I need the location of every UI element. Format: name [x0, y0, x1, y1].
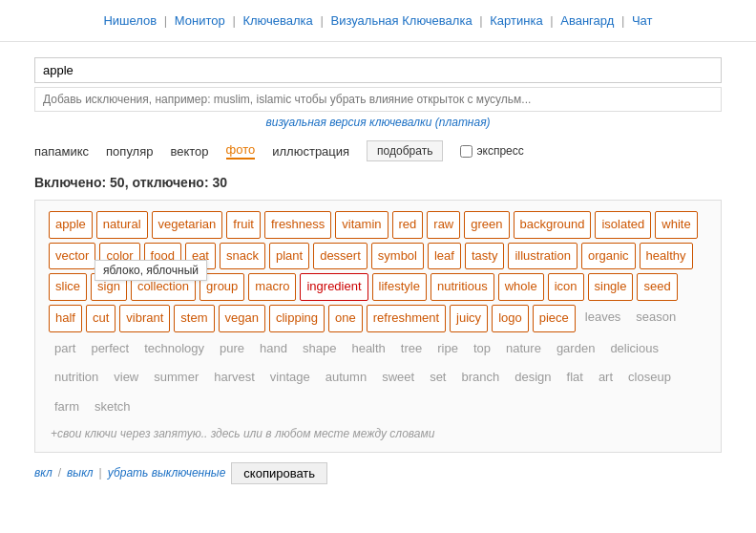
nav-monitor[interactable]: Монитор — [175, 13, 225, 28]
keyword-tooltip: яблоко, яблочный — [94, 260, 207, 281]
kw-seed[interactable]: seed — [637, 273, 677, 301]
kw-farm[interactable]: farm — [49, 394, 85, 420]
kw-vintage[interactable]: vintage — [264, 365, 316, 391]
kw-refreshment[interactable]: refreshment — [367, 305, 446, 332]
toggle-on-link[interactable]: вкл — [34, 466, 52, 480]
filter-papamix[interactable]: папамикс — [34, 144, 89, 159]
kw-organic[interactable]: organic — [581, 243, 636, 270]
kw-piece[interactable]: piece — [533, 305, 576, 332]
kw-season[interactable]: season — [630, 305, 682, 332]
sep-1: | — [164, 13, 167, 28]
kw-isolated[interactable]: isolated — [595, 211, 651, 239]
kw-healthy[interactable]: healthy — [640, 243, 693, 270]
express-checkbox[interactable] — [460, 145, 472, 158]
kw-logo[interactable]: logo — [492, 305, 529, 332]
kw-set[interactable]: set — [424, 365, 452, 391]
kw-branch[interactable]: branch — [455, 365, 505, 391]
kw-plant[interactable]: plant — [269, 243, 309, 270]
kw-summer[interactable]: summer — [148, 365, 204, 391]
kw-stem[interactable]: stem — [174, 305, 214, 332]
kw-single[interactable]: single — [588, 273, 634, 301]
kw-tasty[interactable]: tasty — [465, 243, 504, 270]
kw-vibrant[interactable]: vibrant — [119, 305, 170, 332]
kw-freshness[interactable]: freshness — [264, 211, 331, 239]
kw-natural[interactable]: natural — [96, 211, 148, 239]
remove-disabled-link[interactable]: убрать выключенные — [108, 466, 226, 480]
kw-closeup[interactable]: closeup — [622, 365, 677, 391]
kw-white[interactable]: white — [655, 211, 697, 239]
kw-lifestyle[interactable]: lifestyle — [372, 273, 427, 301]
kw-apple[interactable]: apple — [49, 211, 93, 239]
nav-visual-klyuchevalka[interactable]: Визуальная Ключевалка — [330, 13, 472, 28]
kw-flat[interactable]: flat — [561, 365, 589, 391]
kw-health[interactable]: health — [346, 336, 390, 362]
kw-sweet[interactable]: sweet — [376, 365, 420, 391]
kw-half[interactable]: half — [49, 305, 82, 332]
kw-art[interactable]: art — [593, 365, 619, 391]
kw-harvest[interactable]: harvest — [208, 365, 261, 391]
kw-dessert[interactable]: dessert — [313, 243, 368, 270]
kw-nutritious[interactable]: nutritious — [430, 273, 494, 301]
nav-chat[interactable]: Чат — [632, 13, 653, 28]
kw-top[interactable]: top — [468, 336, 496, 362]
kw-leaves[interactable]: leaves — [579, 305, 627, 332]
kw-technology[interactable]: technology — [138, 336, 210, 362]
filter-vector[interactable]: вектор — [170, 144, 208, 159]
kw-slice[interactable]: slice — [49, 273, 87, 301]
kw-background[interactable]: background — [514, 211, 592, 239]
kw-sketch[interactable]: sketch — [89, 394, 136, 420]
exclusions-input[interactable] — [34, 87, 722, 112]
kw-leaf[interactable]: leaf — [428, 243, 461, 270]
match-button[interactable]: подобрать — [367, 140, 443, 161]
kw-vitamin[interactable]: vitamin — [335, 211, 388, 239]
filter-popular[interactable]: популяр — [106, 144, 153, 159]
kw-vegan[interactable]: vegan — [219, 305, 265, 332]
kw-juicy[interactable]: juicy — [450, 305, 488, 332]
kw-raw[interactable]: raw — [427, 211, 460, 239]
kw-nature[interactable]: nature — [500, 336, 547, 362]
kw-icon[interactable]: icon — [548, 273, 584, 301]
kw-vegetarian[interactable]: vegetarian — [152, 211, 223, 239]
nav-klyuchevalka[interactable]: Ключевалка — [242, 13, 312, 28]
filter-row: папамикс популяр вектор фото иллюстрация… — [34, 140, 722, 161]
kw-illustration[interactable]: illustration — [508, 243, 578, 270]
toggle-off-link[interactable]: выкл — [67, 466, 94, 480]
filter-illustration[interactable]: иллюстрация — [272, 144, 349, 159]
kw-green[interactable]: green — [464, 211, 509, 239]
kw-vector[interactable]: vector — [49, 243, 95, 270]
add-keys-placeholder[interactable]: +свои ключи через запятую.. здесь или в … — [47, 425, 709, 442]
nav-avangard[interactable]: Авангард — [560, 13, 614, 28]
kw-macro[interactable]: macro — [248, 273, 296, 301]
kw-design[interactable]: design — [509, 365, 556, 391]
kw-delicious[interactable]: delicious — [604, 336, 664, 362]
nav-nishelov[interactable]: Нишелов — [103, 13, 157, 28]
express-label[interactable]: экспресс — [460, 144, 523, 158]
search-input[interactable] — [34, 57, 722, 83]
kw-shape[interactable]: shape — [297, 336, 342, 362]
kw-clipping[interactable]: clipping — [269, 305, 325, 332]
kw-garden[interactable]: garden — [551, 336, 600, 362]
kw-ripe[interactable]: ripe — [431, 336, 464, 362]
kw-autumn[interactable]: autumn — [320, 365, 372, 391]
kw-view[interactable]: view — [108, 365, 144, 391]
kw-tree[interactable]: tree — [395, 336, 428, 362]
kw-red[interactable]: red — [392, 211, 424, 239]
kw-ingredient[interactable]: ingredient — [300, 273, 368, 301]
bottom-actions: вкл / выкл | убрать выключенные скопиров… — [34, 462, 722, 484]
nav-kartinka[interactable]: Картинка — [490, 13, 542, 28]
filter-photo[interactable]: фото — [226, 142, 256, 160]
kw-cut[interactable]: cut — [86, 305, 116, 332]
kw-part[interactable]: part — [49, 336, 81, 362]
kw-nutrition[interactable]: nutrition — [49, 365, 104, 391]
kw-pure[interactable]: pure — [214, 336, 250, 362]
kw-whole[interactable]: whole — [498, 273, 544, 301]
kw-snack[interactable]: snack — [220, 243, 265, 270]
search-area: визуальная версия ключевалки (платная) — [34, 57, 722, 129]
visual-link[interactable]: визуальная версия ключевалки (платная) — [34, 116, 722, 129]
kw-hand[interactable]: hand — [254, 336, 293, 362]
kw-one[interactable]: one — [328, 305, 363, 332]
kw-perfect[interactable]: perfect — [85, 336, 135, 362]
kw-fruit[interactable]: fruit — [226, 211, 261, 239]
kw-symbol[interactable]: symbol — [371, 243, 424, 270]
copy-button[interactable]: скопировать — [231, 462, 327, 484]
